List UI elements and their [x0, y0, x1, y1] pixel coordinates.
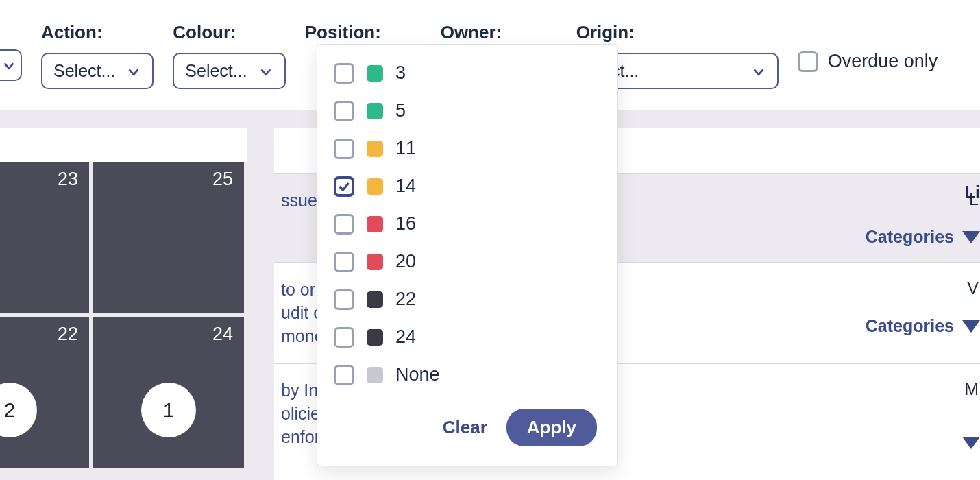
overdue-checkbox[interactable]: [798, 51, 818, 72]
cell-number: 24: [212, 324, 233, 345]
position-option[interactable]: 11: [317, 130, 617, 167]
select-left-edge[interactable]: [0, 49, 22, 81]
checkbox[interactable]: [334, 327, 354, 348]
position-option[interactable]: 14: [317, 167, 617, 205]
option-label: 22: [395, 289, 416, 310]
overdue-checkbox-row[interactable]: Overdue only: [798, 51, 938, 72]
heatmap-cell[interactable]: 22 2: [0, 317, 89, 468]
position-option[interactable]: 24: [317, 318, 617, 356]
position-option[interactable]: 3: [317, 54, 617, 92]
chevron-down-icon: [258, 64, 273, 79]
heatmap-cell[interactable]: 24 1: [93, 317, 244, 468]
risk-right-value: V: [967, 278, 980, 298]
color-swatch: [367, 141, 383, 157]
option-label: 20: [395, 251, 416, 272]
triangle-down-icon: [962, 437, 980, 449]
color-swatch: [367, 329, 383, 346]
filter-action: Action: Select...: [41, 22, 154, 89]
checkbox[interactable]: [334, 289, 354, 310]
chevron-down-icon: [751, 64, 766, 79]
apply-button[interactable]: Apply: [506, 409, 597, 446]
cell-number: 25: [212, 169, 233, 190]
checkbox[interactable]: [334, 365, 354, 385]
color-swatch: [367, 216, 383, 232]
checkbox[interactable]: [334, 176, 354, 197]
option-label: None: [395, 364, 440, 385]
color-swatch: [367, 65, 383, 82]
categories-label: Categories: [866, 316, 954, 336]
heatmap-cell[interactable]: 25: [93, 162, 244, 313]
color-swatch: [367, 103, 383, 119]
filter-label-owner: Owner:: [441, 22, 557, 43]
option-label: 3: [395, 62, 406, 84]
heatmap-cell[interactable]: 23: [0, 162, 89, 313]
chevron-down-icon: [1, 58, 16, 73]
option-label: 14: [395, 176, 416, 197]
overdue-label: Overdue only: [828, 51, 938, 72]
cell-count: 1: [141, 383, 196, 437]
position-option[interactable]: 5: [317, 92, 617, 130]
filter-label-position: Position:: [305, 22, 421, 43]
option-label: 11: [395, 138, 416, 159]
cell-number: 23: [58, 169, 78, 190]
clear-button[interactable]: Clear: [443, 417, 487, 438]
action-select-value: Select...: [53, 61, 115, 81]
option-label: 5: [395, 100, 406, 121]
cell-number: 22: [58, 324, 78, 345]
categories-label: Categories: [866, 227, 954, 247]
filter-label-origin: Origin:: [576, 22, 779, 43]
column-header-right: Li: [965, 182, 980, 202]
color-swatch: [367, 367, 383, 383]
triangle-down-icon: [962, 231, 980, 243]
color-swatch: [367, 291, 383, 308]
categories-link[interactable]: Categories: [866, 316, 980, 336]
checkbox[interactable]: [334, 63, 354, 84]
position-option[interactable]: 20: [317, 243, 617, 280]
option-label: 16: [395, 213, 416, 235]
heatmap: 23 25 22 2 24 1: [0, 128, 274, 480]
colour-select[interactable]: Select...: [173, 53, 285, 89]
checkbox[interactable]: [334, 214, 354, 235]
chevron-down-icon: [126, 64, 141, 79]
colour-select-value: Select...: [185, 61, 247, 81]
filter-position: Position:: [305, 22, 421, 43]
checkbox[interactable]: [334, 101, 354, 121]
checkbox[interactable]: [334, 139, 354, 159]
triangle-down-icon: [962, 320, 980, 333]
action-select[interactable]: Select...: [41, 53, 154, 89]
position-option[interactable]: 22: [317, 280, 617, 318]
color-swatch: [367, 178, 383, 195]
checkbox[interactable]: [334, 252, 354, 272]
cell-count: 2: [0, 383, 37, 437]
position-dropdown: 35111416202224None Clear Apply: [317, 44, 618, 466]
risk-right-value: M: [964, 379, 980, 399]
color-swatch: [367, 254, 383, 270]
position-option[interactable]: None: [317, 356, 617, 394]
option-label: 24: [395, 326, 416, 348]
position-option[interactable]: 16: [317, 205, 617, 243]
categories-link[interactable]: Categories: [866, 227, 980, 247]
filter-label-colour: Colour:: [173, 22, 285, 43]
filter-label-action: Action:: [41, 22, 154, 43]
filter-colour: Colour: Select...: [173, 22, 285, 89]
categories-link[interactable]: [962, 437, 980, 449]
filter-owner: Owner:: [441, 22, 557, 43]
